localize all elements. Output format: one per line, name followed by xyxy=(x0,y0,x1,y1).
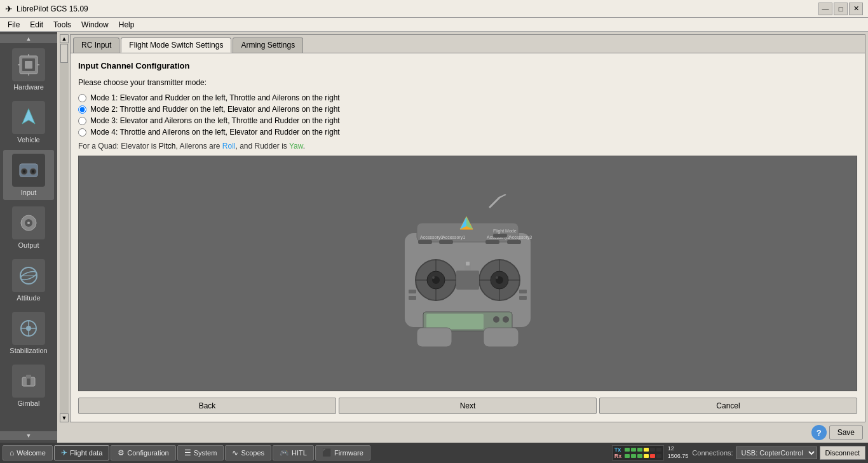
titlebar-left: ✈ LibrePilot GCS 15.09 xyxy=(5,4,88,14)
tx-rx-indicator: Tx Rx xyxy=(612,445,664,460)
maximize-button[interactable]: □ xyxy=(834,3,848,15)
menu-file[interactable]: File xyxy=(3,19,25,30)
back-button[interactable]: Back xyxy=(78,398,336,414)
tx-led-3 xyxy=(637,448,642,452)
mode1-radio[interactable] xyxy=(78,94,86,102)
mode4-radio[interactable] xyxy=(78,128,86,137)
minimize-button[interactable]: — xyxy=(818,3,832,15)
bottom-tab-configuration[interactable]: ⚙ Configuration xyxy=(111,445,175,460)
signal-sub: 1506.75 xyxy=(668,453,689,460)
cancel-button[interactable]: Cancel xyxy=(599,398,857,414)
flight-data-icon: ✈ xyxy=(61,448,67,457)
hint-roll: Roll xyxy=(222,142,236,151)
disconnect-button[interactable]: Disconnect xyxy=(820,446,865,460)
sidebar-gimbal-label: Gimbal xyxy=(18,399,40,407)
mode2-radio[interactable] xyxy=(78,105,86,114)
mode4-option[interactable]: Mode 4: Throttle and Ailerons on the lef… xyxy=(78,128,857,137)
quad-hint: For a Quad: Elevator is Pitch, Ailerons … xyxy=(78,142,857,151)
tab-arming[interactable]: Arming Settings xyxy=(233,37,303,53)
system-icon: ☰ xyxy=(184,448,191,457)
gimbal-icon xyxy=(12,365,45,398)
bottom-tab-hitl[interactable]: 🎮 HITL xyxy=(273,445,314,460)
hint-prefix: For a Quad: Elevator is xyxy=(78,142,159,151)
sidebar-item-vehicle[interactable]: Vehicle xyxy=(3,97,54,147)
welcome-label: Welcome xyxy=(17,449,46,457)
bottom-tab-welcome[interactable]: ⌂ Welcome xyxy=(3,445,53,460)
svg-rect-59 xyxy=(426,314,484,329)
sidebar-item-hardware[interactable]: Hardware xyxy=(3,44,54,95)
menu-edit[interactable]: Edit xyxy=(25,19,48,30)
signal-values: 12 1506.75 xyxy=(668,445,689,460)
tx-led-6 xyxy=(656,448,661,452)
mode3-radio[interactable] xyxy=(78,117,86,125)
rx-led-6 xyxy=(656,454,661,458)
svg-point-54 xyxy=(496,276,498,279)
tx-led-4 xyxy=(644,448,649,452)
mode2-label: Mode 2: Throttle and Rudder on the left,… xyxy=(90,105,340,114)
mode-radio-group: Mode 1: Elevator and Rudder on the left,… xyxy=(78,93,857,137)
sidebar-input-label: Input xyxy=(21,189,36,196)
section-title: Input Channel Configuration xyxy=(78,61,857,70)
sidebar-item-input[interactable]: Input xyxy=(3,150,54,200)
hint-period: . xyxy=(303,142,305,151)
tx-label: Tx xyxy=(614,446,623,453)
scrollbar-down-btn[interactable]: ▼ xyxy=(60,413,69,422)
hint-comma1: , Ailerons are xyxy=(175,142,222,151)
bottom-bar: ⌂ Welcome ✈ Flight data ⚙ Configuration … xyxy=(0,443,868,463)
firmware-label: Firmware xyxy=(334,449,363,457)
mode1-option[interactable]: Mode 1: Elevator and Rudder on the left,… xyxy=(78,93,857,102)
next-button[interactable]: Next xyxy=(339,398,597,414)
svg-point-12 xyxy=(32,170,34,173)
sidebar-stabilization-label: Stabilization xyxy=(10,347,47,354)
sidebar-scroll-down[interactable]: ▼ xyxy=(0,431,57,440)
svg-point-22 xyxy=(26,326,31,331)
sidebar-item-gimbal[interactable]: Gimbal xyxy=(3,361,54,411)
bottom-tab-firmware[interactable]: ⬛ Firmware xyxy=(315,445,370,460)
svg-rect-25 xyxy=(27,379,31,385)
svg-point-11 xyxy=(23,170,25,173)
vertical-scrollbar: ▲ ▼ xyxy=(60,34,69,422)
content-wrapper: ▲ ▼ RC Input Flight Mode Switch Settings… xyxy=(57,32,868,443)
svg-line-26 xyxy=(490,198,499,207)
rx-led-3 xyxy=(637,454,642,458)
mode2-option[interactable]: Mode 2: Throttle and Rudder on the left,… xyxy=(78,105,857,114)
menu-help[interactable]: Help xyxy=(114,19,140,30)
rx-label: Rx xyxy=(614,453,623,459)
system-label: System xyxy=(194,449,217,457)
action-buttons: Back Next Cancel xyxy=(78,398,857,414)
mode3-option[interactable]: Mode 3: Elevator and Ailerons on the lef… xyxy=(78,116,857,125)
scrollbar-up-btn[interactable]: ▲ xyxy=(60,34,69,43)
tab-flight-mode[interactable]: Flight Mode Switch Settings xyxy=(121,37,231,53)
scopes-label: Scopes xyxy=(241,449,264,457)
menu-tools[interactable]: Tools xyxy=(48,19,76,30)
sidebar-output-label: Output xyxy=(18,241,39,249)
scrollbar-thumb[interactable] xyxy=(60,44,68,63)
mode3-label: Mode 3: Elevator and Ailerons on the lef… xyxy=(90,116,340,125)
titlebar-controls: — □ ✕ xyxy=(818,3,863,15)
rx-led-4 xyxy=(644,454,649,458)
sidebar-item-attitude[interactable]: Attitude xyxy=(3,255,54,305)
sidebar-scroll-up[interactable]: ▲ xyxy=(0,34,57,43)
hitl-label: HITL xyxy=(292,449,307,457)
svg-rect-62 xyxy=(409,290,416,293)
mode4-label: Mode 4: Throttle and Ailerons on the lef… xyxy=(90,128,340,137)
sidebar: ▲ Hardware xyxy=(0,32,57,443)
tab-rc-input[interactable]: RC Input xyxy=(73,37,119,53)
connections-dropdown[interactable]: USB: CopterControl xyxy=(736,446,817,459)
save-button[interactable]: Save xyxy=(829,426,863,440)
hint-yaw: Yaw xyxy=(289,142,303,151)
help-button[interactable]: ? xyxy=(811,425,827,440)
configuration-icon: ⚙ xyxy=(118,448,125,457)
bottom-tab-scopes[interactable]: ∿ Scopes xyxy=(225,445,271,460)
bottom-tab-system[interactable]: ☰ System xyxy=(177,445,224,460)
menu-window[interactable]: Window xyxy=(76,19,114,30)
sidebar-item-stabilization[interactable]: Stabilization xyxy=(3,308,54,358)
svg-rect-42 xyxy=(493,234,507,238)
configuration-label: Configuration xyxy=(127,449,168,457)
sidebar-item-output[interactable]: Output xyxy=(3,203,54,253)
output-icon xyxy=(12,206,45,239)
bottom-tab-flight-data[interactable]: ✈ Flight data xyxy=(54,445,109,460)
close-button[interactable]: ✕ xyxy=(849,3,863,15)
svg-rect-55 xyxy=(456,271,479,290)
attitude-icon xyxy=(12,259,45,292)
